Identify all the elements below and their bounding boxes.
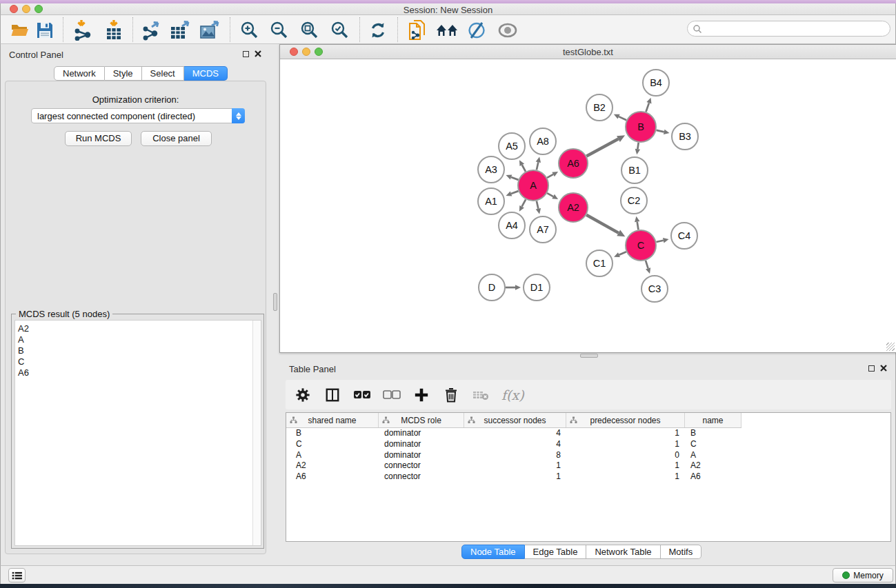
column-header-shared-name[interactable]: shared name [286,413,379,427]
edge-A-A8[interactable] [537,162,538,170]
column-header-predecessor-nodes[interactable]: predecessor nodes [566,413,685,427]
home-network-icon[interactable] [436,19,458,41]
zoom-out-icon[interactable] [268,19,290,41]
table-row[interactable]: A6connector11A6 [286,472,890,483]
show-details-icon[interactable] [497,19,519,41]
edge-A-A1[interactable] [511,191,518,194]
result-list-item[interactable]: A [18,334,261,345]
save-icon[interactable] [34,19,56,41]
edge-A-A5[interactable] [522,165,526,172]
tab-motifs[interactable]: Motifs [661,545,702,559]
search-input[interactable] [702,24,890,34]
table-row[interactable]: Cdominator41C [286,439,890,450]
export-table-icon[interactable] [169,19,191,41]
network-canvas[interactable]: B4B2BB3A5A8A6A3B1AC2A1A2A4A7C4CC1C3DD1 [280,59,896,352]
graph-node-A7[interactable]: A7 [530,216,556,243]
edge-C-C4[interactable] [656,241,663,242]
graph-node-A5[interactable]: A5 [499,133,525,159]
close-panel-icon[interactable] [255,50,261,57]
tab-node-table[interactable]: Node Table [461,545,525,559]
export-network-icon[interactable] [140,19,162,41]
table-settings-gear-icon[interactable] [294,386,312,404]
graph-node-C3[interactable]: C3 [641,276,668,302]
result-list-scrollbar[interactable] [252,321,261,545]
refresh-icon[interactable] [367,19,389,41]
graph-node-B2[interactable]: B2 [586,94,613,121]
edge-A-A7[interactable] [537,201,538,208]
table-row[interactable]: A2connector11A2 [286,460,890,472]
edge-B-B4[interactable] [646,103,648,112]
add-column-icon[interactable] [412,386,430,404]
network-minimize-button[interactable] [302,48,310,56]
zoom-fit-icon[interactable] [299,19,321,41]
export-image-icon[interactable] [199,19,221,41]
table-row[interactable]: Adominator80A [286,450,890,461]
result-list-item[interactable]: C [18,356,261,367]
tab-network[interactable]: Network [54,66,105,81]
edge-A2-C[interactable] [586,215,619,233]
edge-C-C3[interactable] [646,261,648,269]
tab-edge-table[interactable]: Edge Table [525,545,587,559]
graph-node-A8[interactable]: A8 [530,128,556,154]
mcds-result-list[interactable]: A2ABCA6 [14,320,261,546]
vertical-splitter-handle[interactable] [273,293,277,311]
task-history-button[interactable] [8,568,26,582]
graph-node-C2[interactable]: C2 [621,187,647,214]
deselect-all-rows-icon[interactable] [383,386,401,404]
edge-B-B1[interactable] [637,143,638,150]
window-resize-grip[interactable] [886,343,895,351]
clear-table-icon[interactable] [472,386,490,404]
tab-select[interactable]: Select [142,66,184,81]
graph-node-D[interactable]: D [479,274,505,301]
column-header-mcds-role[interactable]: MCDS role [379,413,464,427]
graph-node-C4[interactable]: C4 [671,223,697,249]
run-mcds-button[interactable]: Run MCDS [65,131,132,146]
search-field[interactable] [687,21,890,37]
zoom-selected-icon[interactable] [329,19,351,41]
column-header-name[interactable]: name [685,413,741,427]
graph-node-B[interactable]: B [626,112,656,142]
result-list-item[interactable]: A6 [18,367,261,378]
edge-B-B3[interactable] [656,130,664,132]
import-network-icon[interactable] [72,19,94,41]
function-builder-icon[interactable]: f(x) [501,387,524,403]
edge-A-A4[interactable] [522,199,526,206]
edge-A-A2[interactable] [547,193,553,196]
hide-details-icon[interactable] [466,19,488,41]
horizontal-splitter-handle[interactable] [580,354,598,358]
zoom-in-icon[interactable] [239,19,261,41]
select-all-rows-icon[interactable] [353,386,371,404]
edge-B-B2[interactable] [619,116,626,120]
graph-node-B4[interactable]: B4 [643,70,669,96]
table-row[interactable]: Bdominator41B [286,428,890,439]
delete-column-icon[interactable] [442,386,460,404]
import-table-icon[interactable] [103,19,125,41]
tab-style[interactable]: Style [105,66,142,81]
node-table[interactable]: shared nameMCDS rolesuccessor nodesprede… [286,412,891,542]
select-columns-icon[interactable] [323,386,341,404]
edge-A-A6[interactable] [547,174,553,178]
column-header-successor-nodes[interactable]: successor nodes [464,413,566,427]
criterion-dropdown[interactable]: largest connected component (directed) [31,108,245,123]
graph-node-A4[interactable]: A4 [499,212,525,239]
graph-node-A1[interactable]: A1 [478,188,504,214]
graph-node-A[interactable]: A [518,170,548,201]
graph-node-A3[interactable]: A3 [478,156,504,183]
graph-node-A2[interactable]: A2 [559,193,588,222]
edge-C-C2[interactable] [637,222,639,230]
graph-node-C[interactable]: C [626,230,656,261]
close-table-panel-icon[interactable] [880,365,887,372]
memory-button[interactable]: Memory [833,568,893,582]
result-list-item[interactable]: A2 [18,323,261,334]
float-panel-icon[interactable] [243,51,249,57]
float-table-panel-icon[interactable] [868,365,875,372]
network-from-file-icon[interactable] [406,19,428,41]
result-list-item[interactable]: B [18,345,261,356]
network-maximize-button[interactable] [315,48,323,56]
edge-A-A3[interactable] [511,177,518,180]
graph-node-B3[interactable]: B3 [672,123,698,150]
tab-network-table[interactable]: Network Table [586,545,660,559]
graph-node-D1[interactable]: D1 [524,274,550,301]
network-close-button[interactable] [290,48,298,56]
open-folder-icon[interactable] [9,19,31,41]
